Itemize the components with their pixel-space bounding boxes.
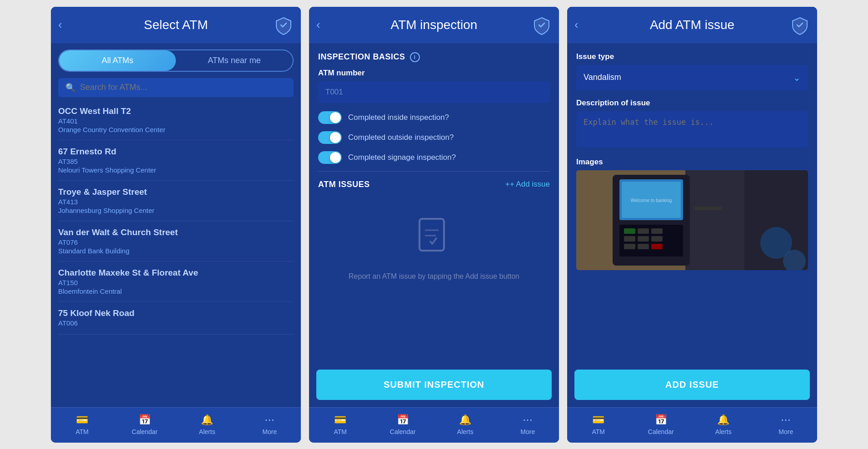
toggle-outside-knob [330,132,341,143]
nav-label-more-2: More [520,428,535,435]
description-textarea[interactable] [576,111,808,148]
toggle-signage-switch[interactable] [318,151,342,164]
toggle-outside-label: Completed outside inspection? [348,133,454,142]
tab-atms-near-me[interactable]: ATMs near me [176,50,293,71]
chevron-down-icon: ⌄ [793,72,801,83]
nav-more-2[interactable]: ⋯ More [497,414,559,435]
atm-code: AT006 [58,319,294,327]
submit-inspection-button[interactable]: SUBMIT INSPECTION [316,370,552,400]
atm-tab-bar: All ATMs ATMs near me [58,49,294,72]
screen1-title: Select ATM [144,18,208,32]
atm-name: Charlotte Maxeke St & Floreat Ave [58,268,294,278]
atm-name: 75 Kloof Nek Road [58,308,294,318]
screen-add-issue: ‹ Add ATM issue Issue type Vandalism ⌄ D… [567,7,817,443]
header-2: ‹ ATM inspection [309,7,559,43]
add-issue-content: Issue type Vandalism ⌄ Description of is… [567,43,817,370]
tab-all-atms[interactable]: All ATMs [59,50,176,71]
add-issue-button[interactable]: + + Add issue [505,180,550,189]
atm-code: AT076 [58,238,294,246]
atm-name: Van der Walt & Church Street [58,227,294,237]
info-icon[interactable]: i [410,52,420,62]
more-nav-icon-2: ⋯ [523,414,533,426]
svg-rect-11 [638,228,649,234]
inspection-basics-title: INSPECTION BASICS i [318,52,550,62]
list-item[interactable]: Van der Walt & Church Street AT076 Stand… [58,221,294,262]
bottom-nav-3: 💳 ATM 📅 Calendar 🔔 Alerts ⋯ More [567,407,817,443]
screen-select-atm: ‹ Select ATM All ATMs ATMs near me 🔍 OCC… [51,7,301,443]
back-button-3[interactable]: ‹ [574,18,579,32]
list-item[interactable]: OCC West Hall T2 AT401 Orange Country Co… [58,100,294,140]
search-input[interactable] [80,83,286,92]
atm-nav-icon-3: 💳 [592,414,604,426]
nav-label-atm-3: ATM [592,428,605,435]
toggle-inside: Completed inside inspection? [318,111,550,124]
atm-nav-icon-2: 💳 [334,414,346,426]
nav-alerts-3[interactable]: 🔔 Alerts [692,414,755,435]
list-item[interactable]: 75 Kloof Nek Road AT006 [58,302,294,335]
nav-atm-2[interactable]: 💳 ATM [309,414,372,435]
list-item[interactable]: Troye & Jasper Street AT413 Johannesburg… [58,181,294,221]
atm-name: 67 Ernesto Rd [58,147,294,157]
atm-photo: Welcome to banking [576,170,808,270]
nav-more-1[interactable]: ⋯ More [239,414,301,435]
atm-location: Bloemfontein Central [58,287,294,295]
calendar-nav-icon: 📅 [139,414,151,426]
add-issue-button-main[interactable]: ADD ISSUE [574,370,810,400]
inspection-content: INSPECTION BASICS i ATM number T001 Comp… [309,43,559,365]
issue-type-value: Vandalism [584,73,621,82]
nav-label-cal-1: Calendar [132,428,158,435]
atm-list: OCC West Hall T2 AT401 Orange Country Co… [51,100,301,407]
nav-atm-3[interactable]: 💳 ATM [567,414,630,435]
atm-code: AT150 [58,279,294,286]
images-label: Images [576,158,808,167]
nav-label-alerts-1: Alerts [199,428,215,435]
atm-number-input[interactable]: T001 [318,81,550,103]
nav-calendar-3[interactable]: 📅 Calendar [630,414,693,435]
add-issue-label: + Add issue [510,180,550,189]
back-button-2[interactable]: ‹ [316,18,320,32]
search-bar: 🔍 [58,78,294,97]
plus-icon: + [505,180,510,189]
nav-label-atm-1: ATM [75,428,89,435]
toggle-outside-switch[interactable] [318,131,342,144]
svg-rect-16 [624,244,635,249]
bell-nav-icon-2: 🔔 [459,414,471,426]
nav-label-more-1: More [262,428,277,435]
nav-label-alerts-2: Alerts [457,428,474,435]
nav-calendar-1[interactable]: 📅 Calendar [114,414,176,435]
svg-rect-12 [651,228,663,234]
nav-label-atm-2: ATM [334,428,347,435]
nav-alerts-2[interactable]: 🔔 Alerts [434,414,497,435]
toggle-inside-knob [330,112,341,123]
issue-type-dropdown[interactable]: Vandalism ⌄ [576,65,808,90]
nav-atm-1[interactable]: 💳 ATM [51,414,114,435]
logo-2 [532,15,552,35]
atm-location: Nelouri Towers Shopping Center [58,166,294,174]
toggle-signage-knob [330,152,341,163]
divider [318,171,550,172]
atm-code: AT413 [58,198,294,206]
list-item[interactable]: Charlotte Maxeke St & Floreat Ave AT150 … [58,262,294,302]
description-label: Description of issue [576,99,808,108]
empty-issues-state: Report an ATM issue by tapping the Add i… [318,198,550,300]
nav-more-3[interactable]: ⋯ More [755,414,818,435]
list-item[interactable]: 67 Ernesto Rd AT385 Nelouri Towers Shopp… [58,140,294,181]
screen2-title: ATM inspection [391,18,478,32]
more-nav-icon-3: ⋯ [781,414,791,426]
screen-atm-inspection: ‹ ATM inspection INSPECTION BASICS i ATM… [309,7,559,443]
bottom-nav-2: 💳 ATM 📅 Calendar 🔔 Alerts ⋯ More [309,407,559,443]
nav-alerts-1[interactable]: 🔔 Alerts [176,414,239,435]
svg-rect-0 [419,219,444,251]
nav-label-cal-2: Calendar [390,428,416,435]
atm-nav-icon: 💳 [76,414,88,426]
bell-nav-icon: 🔔 [201,414,213,426]
toggle-inside-label: Completed inside inspection? [348,113,449,122]
svg-rect-10 [624,228,635,234]
more-nav-icon: ⋯ [264,414,274,426]
svg-text:Welcome to banking: Welcome to banking [631,198,672,203]
back-button-1[interactable]: ‹ [58,18,62,32]
empty-state-icon [416,217,452,265]
calendar-nav-icon-2: 📅 [397,414,409,426]
toggle-inside-switch[interactable] [318,111,342,124]
nav-calendar-2[interactable]: 📅 Calendar [372,414,434,435]
